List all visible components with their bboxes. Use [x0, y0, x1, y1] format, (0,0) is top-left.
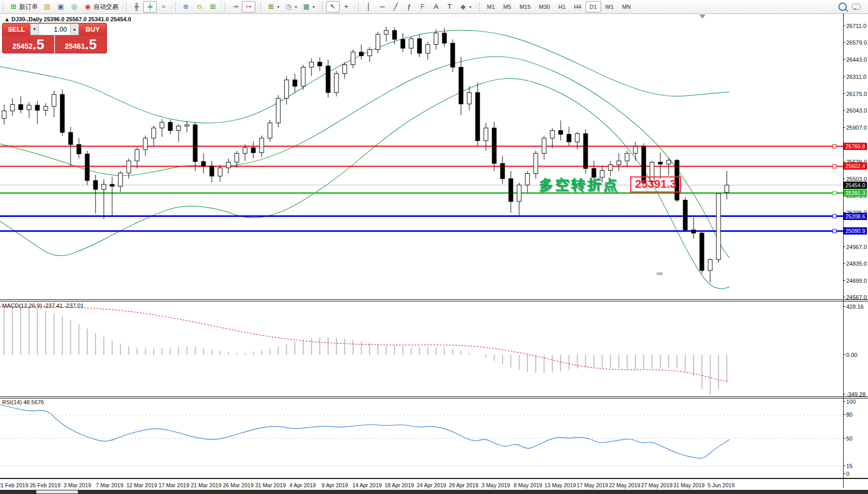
pane-separator[interactable] — [0, 301, 868, 301]
toolbar-grip[interactable] — [322, 2, 325, 11]
collapse-icon[interactable]: ▲ — [4, 16, 10, 22]
chart-shift-marker[interactable] — [699, 15, 706, 22]
toolbar-grip[interactable] — [175, 2, 178, 11]
arrows-button[interactable]: ◆▾ — [456, 1, 474, 12]
chat-icon[interactable] — [852, 4, 861, 10]
volume-input[interactable]: 1.00 — [39, 23, 70, 35]
label-icon: T — [445, 3, 454, 11]
timeframe-h4[interactable]: H4 — [570, 1, 586, 12]
timeframe-d1[interactable]: D1 — [586, 1, 601, 12]
dropdown-caret-icon[interactable]: ▾ — [313, 5, 315, 9]
new-order-button[interactable]: ⊞新订单 — [7, 1, 40, 12]
zoom-in-button[interactable]: ⊕ — [179, 1, 193, 12]
price-chip-25208.6: 25208.6 — [844, 213, 867, 220]
fibonacci-icon: ƒ — [405, 3, 413, 11]
auto-scroll-icon: ⇥ — [231, 3, 239, 11]
timeframe-m15[interactable]: M15 — [516, 1, 535, 12]
buy-button[interactable]: BUY — [79, 23, 106, 35]
pane-separator[interactable] — [0, 398, 868, 399]
dropdown-caret-icon[interactable]: ▾ — [295, 5, 297, 9]
chart-shift-button[interactable]: ↦ — [242, 1, 255, 12]
rsi-svg[interactable] — [0, 398, 843, 478]
tile-windows-icon[interactable]: ⊞ — [206, 1, 220, 12]
timeframe-h1[interactable]: H1 — [554, 1, 569, 12]
dropdown-caret-icon[interactable]: ▾ — [277, 5, 279, 9]
fibonacci-button[interactable]: ƒ — [402, 1, 416, 12]
label-button[interactable]: T — [443, 1, 456, 12]
vline-button[interactable]: │ — [362, 1, 375, 12]
price-chip-25391.3: 25391.3 — [844, 189, 867, 197]
cursor-button[interactable]: ↖ — [326, 1, 340, 12]
terminal-icon[interactable]: ▣ — [54, 1, 67, 12]
channel-icon: F — [418, 3, 427, 11]
price-tick: 26443.0 — [846, 57, 868, 63]
hline-handle[interactable] — [833, 144, 836, 148]
timeframe-mn[interactable]: MN — [618, 1, 635, 12]
price-chip-25602.4: 25602.4 — [844, 162, 867, 170]
new-chart-button[interactable]: ⊞▾ — [264, 1, 282, 12]
period-clock-button[interactable]: ◷▾ — [282, 1, 300, 12]
toolbar-grip[interactable] — [3, 2, 6, 11]
trendline-button[interactable]: ╱ — [389, 1, 402, 12]
toolbar-grip[interactable] — [224, 2, 227, 11]
search-icon[interactable] — [838, 3, 847, 11]
dash-marker[interactable] — [657, 273, 662, 275]
symbol-period-label: DJ30-,Daily — [11, 16, 42, 22]
hline-handle[interactable] — [833, 191, 836, 195]
chart-candles-icon[interactable]: ╪ — [143, 1, 157, 12]
pane-separator — [0, 478, 868, 479]
toolbar-grip[interactable] — [260, 2, 263, 11]
toolbar-group: ⊞▾◷▾▦▾ — [257, 0, 319, 13]
rsi-indicator-label: RSI(14) 48.5676 — [2, 399, 44, 405]
pane-separator[interactable] — [0, 299, 868, 300]
hline-handle[interactable] — [833, 164, 836, 168]
toolbar-grip[interactable] — [358, 2, 361, 11]
timeframe-m1[interactable]: M1 — [483, 1, 499, 12]
pane-separator[interactable] — [0, 396, 868, 397]
turning-point-annotation[interactable]: 多空转折点 — [539, 175, 619, 194]
sell-price[interactable]: 25452.5 — [3, 35, 54, 53]
price-tick: 24835.0 — [846, 260, 868, 267]
channel-button[interactable]: F — [416, 1, 429, 12]
dropdown-caret-icon[interactable]: ▾ — [469, 5, 471, 9]
timeframe-w1[interactable]: W1 — [601, 1, 618, 12]
signals-icon[interactable]: ◎ — [67, 1, 81, 12]
toolbar-grip[interactable] — [479, 2, 482, 11]
zoom-out-button[interactable]: ⊖ — [193, 1, 206, 12]
chart-line-icon[interactable]: ≈ — [157, 1, 170, 12]
chart-bars-icon[interactable]: ╫ — [130, 1, 143, 12]
volume-up-stepper[interactable]: ▲ — [70, 23, 79, 35]
one-click-trade-panel: SELL ▼ 1.00 ▲ BUY 25452.5 25461.5 — [3, 23, 106, 53]
timeframe-m5[interactable]: M5 — [499, 1, 515, 12]
volume-down-stepper[interactable]: ▼ — [30, 23, 39, 35]
crosshair-button[interactable]: + — [340, 1, 353, 12]
bollinger-middle-band — [0, 57, 729, 258]
vline-icon: │ — [364, 3, 373, 11]
cursor-icon: ↖ — [329, 3, 337, 11]
macd-signal-line — [0, 307, 729, 381]
market-watch-icon[interactable]: ▤ — [40, 1, 54, 12]
buy-price-main: 25461 — [65, 40, 85, 52]
templates-button[interactable]: ▦▾ — [300, 1, 317, 12]
macd-svg[interactable] — [0, 301, 843, 396]
crosshair-icon: + — [342, 3, 350, 11]
rsi-tick: 0 — [846, 471, 868, 477]
sell-button[interactable]: SELL — [3, 23, 30, 35]
zoom-in-icon: ⊕ — [182, 3, 190, 11]
main-toolbar: ⊞新订单▤▣◎◉自动交易╫╪≈⊕⊖⊞⇥↦⊞▾◷▾▦▾↖+│─╱ƒFAT◆▾M1M… — [0, 0, 868, 14]
auto-scroll-button[interactable]: ⇥ — [228, 1, 242, 12]
toolbar-group: ⊕⊖⊞ — [172, 0, 221, 13]
timeframe-m30[interactable]: M30 — [535, 1, 554, 12]
main-chart-svg[interactable] — [0, 13, 843, 299]
text-button[interactable]: A — [429, 1, 443, 12]
buy-price[interactable]: 25461.5 — [55, 35, 106, 53]
macd-histogram — [4, 307, 727, 394]
hline-handle[interactable] — [833, 214, 836, 218]
hline-handle[interactable] — [833, 229, 836, 233]
hline-button[interactable]: ─ — [375, 1, 389, 12]
auto-trading-button[interactable]: ◉自动交易 — [81, 1, 121, 12]
toolbar-grip[interactable] — [126, 2, 129, 11]
price-tick: 25907.0 — [846, 125, 868, 131]
turning-point-value-box[interactable]: 25391.3 — [630, 176, 681, 193]
price-tick: 26711.0 — [846, 23, 868, 29]
